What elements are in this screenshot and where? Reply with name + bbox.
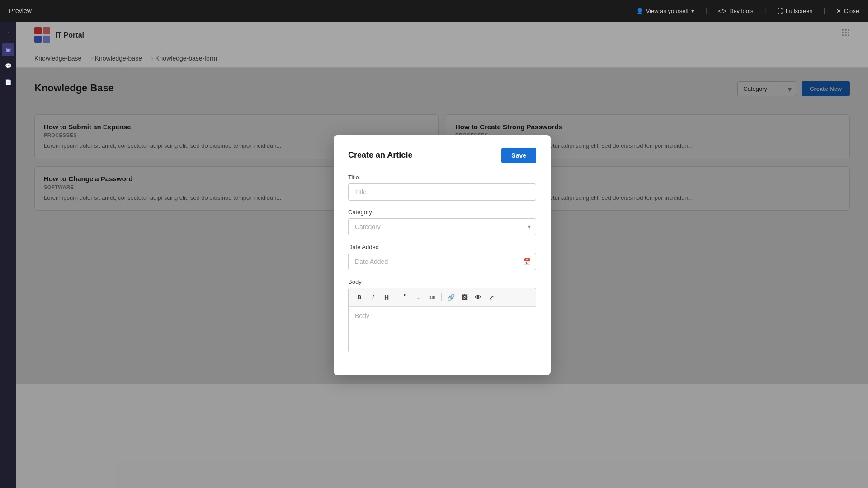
- chevron-down-icon: ▾: [691, 8, 694, 14]
- body-label: Body: [348, 278, 536, 285]
- image-button[interactable]: 🖼: [458, 291, 471, 304]
- category-label: Category: [348, 209, 536, 216]
- code-icon: </>: [718, 8, 726, 14]
- ordered-list-button[interactable]: 1≡: [426, 291, 439, 304]
- editor-toolbar: B I H " ≡ 1≡ 🔗 🖼 👁 ⤢: [349, 288, 536, 307]
- sidebar: ⌂ ▣ 💬 📄: [0, 22, 16, 488]
- body-editor-content[interactable]: Body: [349, 307, 536, 352]
- heading-button[interactable]: H: [380, 291, 393, 304]
- date-added-form-group: Date Added 📅: [348, 244, 536, 270]
- fullscreen-btn[interactable]: ⛶ Fullscreen: [777, 8, 813, 14]
- close-preview-btn[interactable]: ✕ Close: [836, 8, 859, 14]
- category-form-group: Category Category ▾: [348, 209, 536, 235]
- quote-button[interactable]: ": [399, 291, 411, 304]
- sidebar-home-icon[interactable]: ⌂: [2, 27, 14, 40]
- title-label: Title: [348, 174, 536, 181]
- preview-button[interactable]: 👁: [472, 291, 484, 304]
- modal-overlay: Create an Article Save Title Category Ca…: [16, 22, 868, 488]
- toolbar-separator-1: [396, 293, 396, 301]
- italic-button[interactable]: I: [367, 291, 379, 304]
- preview-label: Preview: [9, 7, 32, 14]
- bold-button[interactable]: B: [353, 291, 366, 304]
- sidebar-active-icon[interactable]: ▣: [2, 43, 14, 56]
- preview-actions: 👤 View as yourself ▾ | </> DevTools | ⛶ …: [636, 7, 859, 15]
- devtools-btn[interactable]: </> DevTools: [718, 8, 753, 14]
- close-x-icon: ✕: [836, 8, 841, 14]
- link-button[interactable]: 🔗: [444, 291, 457, 304]
- category-select-wrapper: Category ▾: [348, 218, 536, 235]
- date-added-label: Date Added: [348, 244, 536, 250]
- title-input[interactable]: [348, 183, 536, 201]
- date-added-input[interactable]: [348, 253, 536, 270]
- category-select[interactable]: Category: [348, 218, 536, 235]
- view-as-yourself-btn[interactable]: 👤 View as yourself ▾: [636, 8, 694, 14]
- fullscreen-icon: ⛶: [777, 8, 783, 14]
- view-as-icon: 👤: [636, 8, 643, 14]
- unordered-list-button[interactable]: ≡: [412, 291, 425, 304]
- preview-bar: Preview 👤 View as yourself ▾ | </> DevTo…: [0, 0, 868, 22]
- expand-button[interactable]: ⤢: [485, 291, 498, 304]
- modal-save-button[interactable]: Save: [501, 148, 536, 163]
- date-input-wrapper: 📅: [348, 253, 536, 270]
- body-form-group: Body B I H " ≡ 1≡ 🔗 🖼 👁 ⤢: [348, 278, 536, 352]
- body-editor: B I H " ≡ 1≡ 🔗 🖼 👁 ⤢ Body: [348, 288, 536, 352]
- sidebar-docs-icon[interactable]: 📄: [2, 76, 14, 89]
- sidebar-chat-icon[interactable]: 💬: [2, 60, 14, 72]
- main-area: ⌂ ▣ 💬 📄 IT Portal Knowledge-base › Knowl…: [0, 22, 868, 488]
- modal-title: Create an Article: [348, 150, 412, 160]
- title-form-group: Title: [348, 174, 536, 201]
- create-article-modal: Create an Article Save Title Category Ca…: [334, 135, 551, 375]
- toolbar-separator-2: [441, 293, 442, 301]
- modal-header: Create an Article Save: [348, 148, 536, 163]
